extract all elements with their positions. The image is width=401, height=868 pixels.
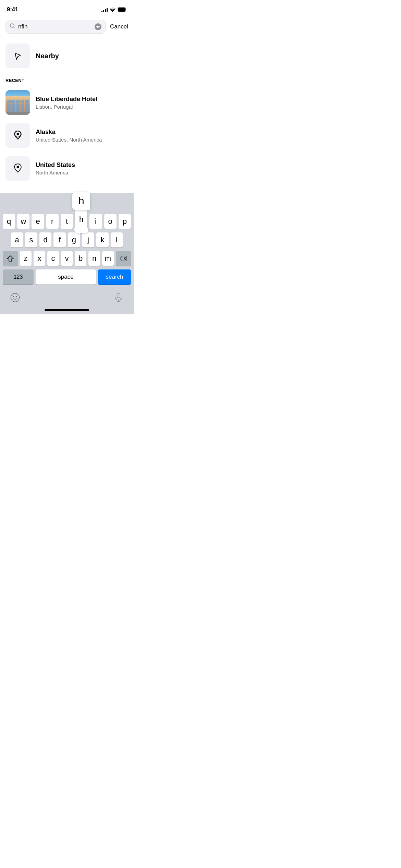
key-c[interactable]: c	[47, 251, 59, 266]
search-glass-icon	[10, 23, 15, 30]
search-input[interactable]	[18, 23, 92, 30]
hotel-thumbnail	[5, 90, 30, 115]
key-e[interactable]: e	[32, 214, 44, 229]
key-a[interactable]: a	[11, 232, 23, 248]
nearby-label: Nearby	[36, 52, 59, 60]
key-row-1: q w e r t h h i o p	[3, 214, 131, 229]
recent-item-subtitle: United States, North America	[36, 137, 102, 143]
suggestion-row	[1, 196, 132, 211]
key-w[interactable]: w	[17, 214, 29, 229]
suggestion-divider-left	[45, 198, 45, 208]
delete-icon	[120, 255, 127, 262]
numbers-key[interactable]: 123	[3, 269, 34, 285]
svg-point-6	[17, 166, 19, 168]
emoji-key[interactable]	[8, 291, 22, 304]
key-v[interactable]: v	[61, 251, 73, 266]
recent-text-blue-liberdade: Blue Liberdade Hotel Lisbon, Portugal	[36, 96, 97, 110]
bottom-key-row: 123 space search	[1, 269, 132, 285]
svg-point-2	[10, 24, 14, 27]
recent-item-title: United States	[36, 161, 75, 169]
svg-point-8	[13, 296, 14, 297]
search-input-container[interactable]: ✕	[5, 20, 106, 34]
recent-text-alaska: Alaska United States, North America	[36, 129, 102, 143]
key-i[interactable]: i	[89, 214, 102, 229]
battery-icon	[118, 7, 127, 12]
key-l[interactable]: l	[111, 232, 123, 248]
key-row-3: z x c v b n m	[3, 251, 131, 266]
location-pin-icon-2	[13, 162, 23, 174]
shift-key[interactable]	[3, 251, 18, 266]
status-icons	[101, 7, 127, 12]
key-r[interactable]: r	[46, 214, 59, 229]
nearby-row[interactable]: Nearby	[0, 38, 134, 74]
mic-icon	[114, 293, 123, 302]
svg-point-7	[11, 293, 20, 302]
key-d[interactable]: d	[39, 232, 52, 248]
emoji-icon	[10, 293, 20, 302]
clear-button[interactable]: ✕	[95, 23, 101, 30]
delete-key[interactable]	[116, 251, 131, 266]
key-t[interactable]: t	[61, 214, 73, 229]
navigation-icon	[12, 50, 23, 61]
recent-item-alaska[interactable]: Alaska United States, North America	[0, 119, 134, 152]
key-k[interactable]: k	[96, 232, 109, 248]
key-h-bubble: h	[72, 192, 90, 210]
key-m[interactable]: m	[102, 251, 114, 266]
recent-item-title: Alaska	[36, 129, 102, 136]
key-x[interactable]: x	[34, 251, 45, 266]
key-j[interactable]: j	[82, 232, 95, 248]
alaska-icon-box	[5, 123, 30, 148]
key-f[interactable]: f	[53, 232, 66, 248]
svg-rect-10	[117, 293, 120, 298]
key-n[interactable]: n	[88, 251, 100, 266]
recent-item-united-states[interactable]: United States North America	[0, 152, 134, 185]
recent-item-subtitle: North America	[36, 170, 75, 176]
key-p[interactable]: p	[119, 214, 131, 229]
svg-rect-1	[118, 8, 125, 12]
home-bar	[45, 309, 89, 311]
recent-item-title: Blue Liberdade Hotel	[36, 96, 97, 103]
key-row-2: a s d f g j k l	[3, 232, 131, 248]
wifi-icon	[110, 8, 116, 12]
key-h[interactable]: h h	[75, 210, 87, 229]
key-s[interactable]: s	[25, 232, 37, 248]
home-indicator	[1, 306, 132, 314]
status-bar: 9:41	[0, 0, 134, 17]
recent-header-text: RECENT	[5, 78, 24, 83]
keyboard-rows: q w e r t h h i o p a s d f g j k l	[1, 214, 132, 266]
space-key[interactable]: space	[36, 269, 96, 285]
key-g[interactable]: g	[68, 232, 80, 248]
signal-bars-icon	[101, 7, 108, 12]
mic-key[interactable]	[112, 291, 125, 304]
recent-item-subtitle: Lisbon, Portugal	[36, 104, 97, 110]
search-key[interactable]: search	[98, 269, 131, 285]
keyboard: q w e r t h h i o p a s d f g j k l	[0, 193, 134, 314]
recent-item-blue-liberdade[interactable]: Blue Liberdade Hotel Lisbon, Portugal	[0, 86, 134, 119]
location-pin-icon	[13, 130, 23, 141]
nearby-icon-box	[5, 44, 30, 68]
cancel-button[interactable]: Cancel	[110, 23, 128, 30]
keyboard-bottom-bar	[1, 287, 132, 306]
svg-point-9	[16, 296, 17, 297]
svg-point-5	[17, 133, 19, 135]
shift-icon	[7, 255, 14, 262]
key-z[interactable]: z	[20, 251, 32, 266]
status-time: 9:41	[7, 6, 18, 13]
search-bar-row: ✕ Cancel	[0, 17, 134, 38]
key-b[interactable]: b	[75, 251, 86, 266]
key-o[interactable]: o	[104, 214, 117, 229]
recent-text-united-states: United States North America	[36, 161, 75, 176]
recent-section-header: RECENT	[0, 74, 134, 86]
key-q[interactable]: q	[3, 214, 15, 229]
united-states-icon-box	[5, 156, 30, 181]
